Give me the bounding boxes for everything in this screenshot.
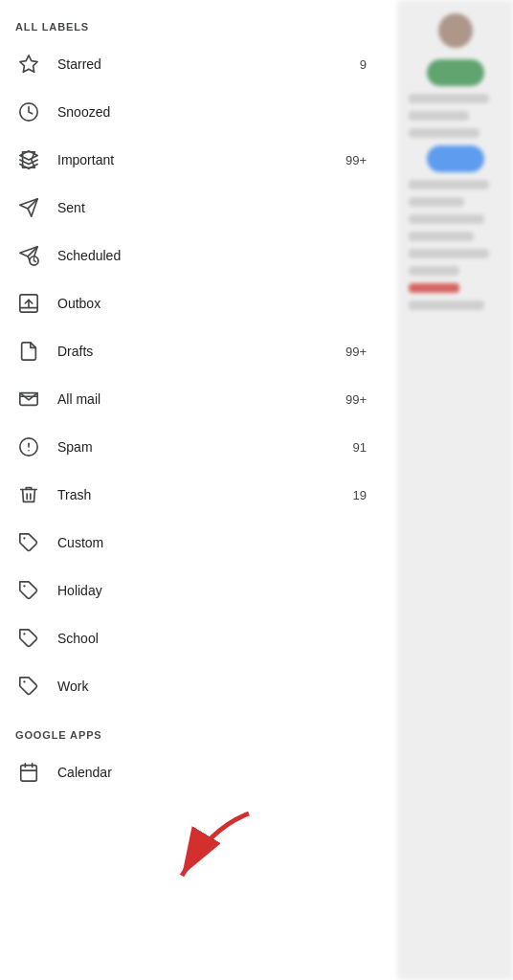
sidebar-item-scheduled[interactable]: Scheduled: [0, 232, 382, 279]
sent-icon: [15, 194, 42, 221]
starred-label: Starred: [57, 56, 360, 72]
grey-line-1: [409, 94, 489, 103]
sidebar-item-drafts[interactable]: Drafts 99+: [0, 327, 382, 375]
sidebar-item-all-mail[interactable]: All mail 99+: [0, 375, 382, 423]
calendar-icon: [15, 759, 42, 786]
grey-line-10: [409, 301, 484, 310]
grey-line-7: [409, 232, 474, 241]
sent-label: Sent: [57, 200, 367, 215]
starred-count: 9: [360, 57, 367, 72]
trash-icon: [15, 481, 42, 508]
all-labels-header: ALL LABELS: [0, 10, 397, 40]
all-mail-label: All mail: [57, 391, 346, 407]
trash-count: 19: [353, 488, 367, 502]
all-mail-icon: [15, 386, 42, 412]
sidebar-item-snoozed[interactable]: Snoozed: [0, 88, 382, 136]
important-label: Important: [57, 152, 346, 167]
clock-icon: [15, 99, 42, 125]
right-panel: [397, 0, 513, 980]
important-icon: [15, 146, 42, 173]
main-container: ALL LABELS Starred 9 Snoozed Important: [0, 0, 513, 980]
star-icon: [15, 51, 42, 78]
sidebar-item-calendar[interactable]: Calendar: [0, 748, 382, 796]
sidebar-item-outbox[interactable]: Outbox: [0, 279, 382, 327]
drafts-count: 99+: [346, 345, 367, 359]
green-button: [427, 59, 484, 86]
sidebar-item-work[interactable]: Work: [0, 662, 382, 710]
snoozed-label: Snoozed: [57, 104, 367, 120]
grey-line-2: [409, 111, 469, 121]
sidebar-item-important[interactable]: Important 99+: [0, 136, 382, 184]
holiday-label-icon: [15, 577, 42, 604]
grey-line-6: [409, 214, 484, 224]
all-mail-count: 99+: [346, 392, 367, 407]
outbox-label: Outbox: [57, 296, 367, 311]
work-label-icon: [15, 673, 42, 700]
svg-marker-0: [20, 56, 37, 72]
scheduled-label: Scheduled: [57, 248, 367, 263]
sidebar-item-spam[interactable]: Spam 91: [0, 423, 382, 471]
sidebar-item-school[interactable]: School: [0, 614, 382, 662]
grey-line-9: [409, 266, 459, 276]
blue-button: [427, 145, 484, 172]
work-label: Work: [57, 679, 367, 694]
custom-label: Custom: [57, 535, 367, 550]
calendar-label: Calendar: [57, 765, 367, 780]
grey-line-5: [409, 197, 464, 207]
avatar: [438, 13, 473, 48]
sidebar: ALL LABELS Starred 9 Snoozed Important: [0, 0, 397, 980]
sidebar-item-custom[interactable]: Custom: [0, 519, 382, 567]
drafts-label: Drafts: [57, 344, 346, 359]
sidebar-item-trash[interactable]: Trash 19: [0, 471, 382, 519]
trash-label: Trash: [57, 487, 353, 502]
spam-count: 91: [353, 440, 367, 455]
spam-icon: [15, 434, 42, 460]
spam-label: Spam: [57, 439, 353, 455]
svg-rect-19: [21, 766, 37, 782]
scheduled-icon: [15, 242, 42, 269]
sidebar-item-sent[interactable]: Sent: [0, 184, 382, 232]
important-count: 99+: [346, 153, 367, 167]
sidebar-item-holiday[interactable]: Holiday: [0, 567, 382, 614]
custom-label-icon: [15, 529, 42, 556]
outbox-icon: [15, 290, 42, 317]
school-label: School: [57, 631, 367, 646]
school-label-icon: [15, 625, 42, 652]
grey-line-4: [409, 180, 489, 189]
red-text-line: [409, 283, 459, 293]
drafts-icon: [15, 338, 42, 365]
google-apps-header: GOOGLE APPS: [0, 718, 397, 748]
sidebar-item-starred[interactable]: Starred 9: [0, 40, 382, 88]
grey-line-3: [409, 128, 480, 138]
grey-line-8: [409, 249, 489, 258]
holiday-label: Holiday: [57, 583, 367, 598]
